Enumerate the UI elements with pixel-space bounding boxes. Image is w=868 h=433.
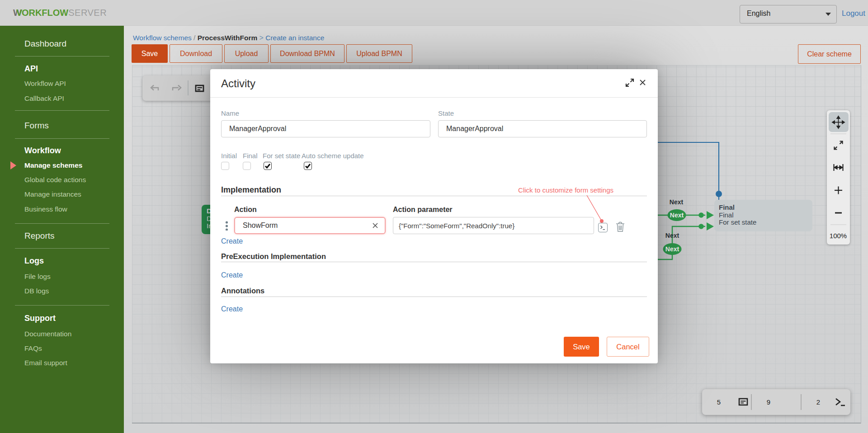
svg-text:Final: Final (719, 203, 735, 211)
svg-text:9: 9 (767, 398, 770, 406)
svg-text:Next: Next (670, 212, 684, 219)
svg-text:Next: Next (665, 232, 679, 239)
svg-text:5: 5 (717, 398, 721, 406)
svg-text:100%: 100% (830, 232, 847, 240)
svg-text:Final: Final (719, 211, 734, 219)
svg-text:2: 2 (816, 398, 820, 406)
svg-text:For set state: For set state (719, 218, 756, 226)
svg-text:Next: Next (665, 245, 679, 253)
svg-text:Next: Next (670, 198, 684, 206)
